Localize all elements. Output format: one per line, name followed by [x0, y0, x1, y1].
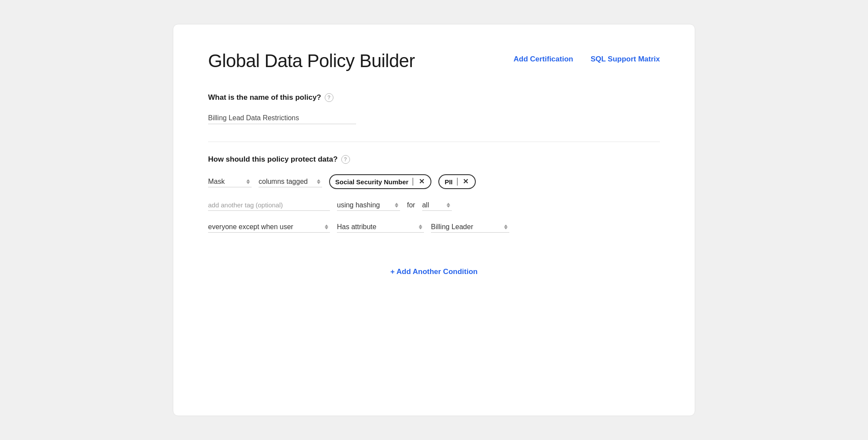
- for-select-wrapper: all some none: [422, 200, 452, 211]
- add-another-condition-button[interactable]: + Add Another Condition: [382, 263, 486, 281]
- sql-support-matrix-link[interactable]: SQL Support Matrix: [591, 55, 660, 64]
- action-select-wrapper: Mask Hash Encrypt Redact: [208, 176, 252, 187]
- pii-tag-pill: PII ✕: [438, 174, 475, 189]
- protect-data-label: How should this policy protect data? ?: [208, 155, 660, 164]
- for-select[interactable]: all some none: [422, 200, 452, 211]
- ssn-tag-pill: Social Security Number ✕: [329, 174, 431, 189]
- protect-row-2: using hashing using encryption using mas…: [208, 200, 660, 211]
- policy-name-label: What is the name of this policy? ?: [208, 93, 660, 102]
- ssn-tag-label: Social Security Number: [335, 178, 408, 186]
- value-select[interactable]: Billing Leader Admin Manager: [431, 221, 509, 233]
- policy-name-help-icon[interactable]: ?: [325, 93, 333, 102]
- protect-row-3: everyone except when user specific users…: [208, 221, 660, 233]
- ssn-tag-close-button[interactable]: ✕: [417, 178, 425, 186]
- action-select[interactable]: Mask Hash Encrypt Redact: [208, 176, 252, 187]
- header-actions: Add Certification SQL Support Matrix: [514, 55, 660, 64]
- method-select-wrapper: using hashing using encryption using mas…: [337, 200, 400, 211]
- scope-select[interactable]: everyone except when user specific users…: [208, 221, 330, 233]
- page-title: Global Data Policy Builder: [208, 51, 415, 71]
- policy-name-section: What is the name of this policy? ?: [208, 93, 660, 124]
- scope-select-wrapper: everyone except when user specific users…: [208, 221, 330, 233]
- optional-tag-input[interactable]: [208, 200, 330, 211]
- add-condition-container: + Add Another Condition: [208, 250, 660, 281]
- method-select[interactable]: using hashing using encryption using mas…: [337, 200, 400, 211]
- policy-name-input[interactable]: [208, 112, 356, 124]
- for-label: for: [407, 201, 415, 209]
- divider-1: [208, 142, 660, 142]
- pii-tag-close-button[interactable]: ✕: [462, 178, 470, 186]
- ssn-tag-divider: [413, 178, 413, 186]
- protect-row-1: Mask Hash Encrypt Redact columns tagged …: [208, 174, 660, 189]
- columns-select[interactable]: columns tagged all columns specific colu…: [259, 176, 322, 187]
- protect-data-section: How should this policy protect data? ? M…: [208, 155, 660, 233]
- columns-select-wrapper: columns tagged all columns specific colu…: [259, 176, 322, 187]
- value-select-wrapper: Billing Leader Admin Manager: [431, 221, 509, 233]
- main-card: Global Data Policy Builder Add Certifica…: [173, 24, 695, 416]
- page-header: Global Data Policy Builder Add Certifica…: [208, 51, 660, 71]
- pii-tag-divider: [457, 178, 458, 186]
- condition-select-wrapper: Has attribute Is in group Has role: [337, 221, 424, 233]
- add-certification-link[interactable]: Add Certification: [514, 55, 573, 64]
- protect-data-help-icon[interactable]: ?: [341, 155, 350, 164]
- condition-select[interactable]: Has attribute Is in group Has role: [337, 221, 424, 233]
- pii-tag-label: PII: [444, 178, 452, 186]
